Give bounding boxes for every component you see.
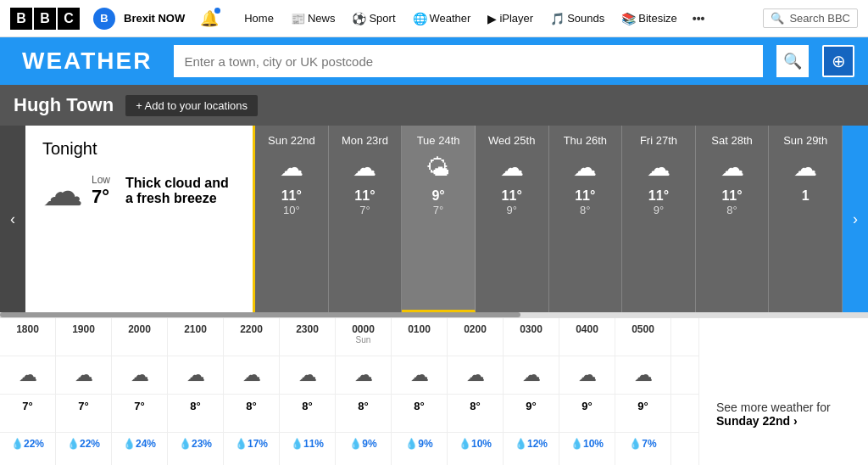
next-arrow[interactable]: › (843, 126, 868, 312)
bitesize-icon: 📚 (621, 12, 636, 25)
hour-temp-col: 9° (615, 395, 671, 432)
add-location-button[interactable]: + Add to your locations (125, 95, 258, 116)
see-more-panel: See more weather for Sunday 22nd › (698, 318, 868, 465)
day-temp-low: 10° (283, 204, 300, 216)
hour-icon-col: ☁ (336, 356, 392, 394)
hour-time-col: 2200 (224, 318, 280, 356)
weather-add-button[interactable]: ⊕ (822, 45, 854, 77)
bbc-logo[interactable]: B B C (10, 8, 80, 30)
nav-news[interactable]: 📰 News (284, 8, 342, 29)
hour-label: 0400 (576, 323, 598, 335)
tonight-low-label: Low (92, 174, 110, 186)
hour-weather-icon: ☁ (410, 364, 429, 386)
hour-rain-percent: 💧17% (235, 438, 268, 450)
nav-iplayer[interactable]: ▶ iPlayer (481, 8, 540, 29)
day-col[interactable]: Tue 24th 🌤 9° 7° (402, 126, 476, 312)
hour-icon-col: ☁ (559, 356, 615, 394)
sport-icon: ⚽ (352, 12, 366, 25)
hour-rain-percent: 💧9% (405, 438, 432, 450)
hour-temp-col: 7° (56, 395, 112, 432)
weather-header: WEATHER 🔍 ⊕ (0, 37, 868, 85)
day-col[interactable]: Sat 28th ☁ 11° 8° (696, 126, 770, 312)
hour-temp-col: 8° (448, 395, 504, 432)
hour-rain-percent: 💧24% (123, 438, 156, 450)
nav-sport[interactable]: ⚽ Sport (345, 8, 402, 29)
day-temp-high: 11° (575, 188, 595, 204)
hour-rain-percent: 💧22% (11, 438, 44, 450)
hour-icon-col: ☁ (615, 356, 671, 394)
hour-time-col: 0000 Sun (336, 318, 392, 356)
nav-more-button[interactable]: ••• (687, 8, 710, 29)
weather-search-input[interactable] (174, 45, 763, 77)
day-temp-low: 8° (726, 204, 737, 216)
hour-temp: 8° (246, 400, 256, 412)
weather-search-button[interactable]: 🔍 (776, 45, 809, 77)
hour-weather-icon: ☁ (19, 364, 37, 386)
hour-rain-col: 💧17% (224, 433, 280, 465)
nav-weather[interactable]: 🌐 Weather (406, 8, 478, 29)
hour-time-col: 2100 (168, 318, 224, 356)
day-label: Sun 29th (783, 134, 827, 147)
day-col[interactable]: Fri 27th ☁ 11° 9° (622, 126, 696, 312)
day-temp-high: 1 (802, 188, 810, 204)
hour-label: 0500 (632, 323, 654, 335)
hour-icon-col: ☁ (56, 356, 112, 394)
hour-rain-percent: 💧7% (629, 438, 656, 450)
prev-arrow[interactable]: ‹ (0, 126, 25, 312)
bbc-block-b1: B (10, 8, 32, 30)
tonight-temp: 7° (92, 186, 110, 208)
hour-weather-icon: ☁ (354, 364, 373, 386)
nav-bitesize-label: Bitesize (638, 12, 677, 25)
hour-time-col: 0400 (559, 318, 615, 356)
day-temp-high: 11° (721, 188, 742, 204)
hour-label: 1900 (72, 323, 95, 335)
day-col[interactable]: Thu 26th ☁ 11° 8° (549, 126, 623, 312)
location-name: Hugh Town (14, 94, 114, 116)
hour-rain-percent: 💧22% (67, 438, 100, 450)
nav-sounds[interactable]: 🎵 Sounds (543, 8, 611, 29)
hour-rain-percent: 💧11% (291, 438, 324, 450)
brexit-label[interactable]: Brexit NOW (124, 12, 185, 25)
tonight-label: Tonight (42, 139, 236, 159)
hour-rain-col: 💧22% (0, 433, 56, 465)
see-more-link[interactable]: Sunday 22nd › (716, 414, 851, 428)
hour-label: 2200 (240, 323, 263, 335)
hour-weather-icon: ☁ (466, 364, 485, 386)
hour-rain-col: 💧12% (504, 433, 559, 465)
nav-bitesize[interactable]: 📚 Bitesize (615, 8, 684, 29)
day-temp-high: 9° (431, 188, 444, 204)
bell-icon[interactable]: 🔔 (200, 9, 219, 28)
hour-temp: 7° (134, 400, 144, 412)
scroll-thumb[interactable] (0, 312, 520, 317)
scroll-track[interactable] (0, 312, 868, 317)
hour-icon-col: ☁ (392, 356, 448, 394)
see-more-text: See more weather for (716, 401, 851, 414)
hour-temp-col: 7° (112, 395, 168, 432)
tonight-card: Tonight ☁ Low 7° Thick cloud and a fresh… (25, 126, 255, 312)
bell-notification-dot (214, 8, 220, 14)
day-weather-icon: ☁ (500, 154, 524, 182)
day-col[interactable]: Mon 23rd ☁ 11° 7° (329, 126, 403, 312)
hourly-rain-row: 💧22%💧22%💧24%💧23%💧17%💧11%💧9%💧9%💧10%💧12%💧1… (0, 433, 698, 465)
day-label: Mon 23rd (342, 134, 388, 147)
hour-weather-icon: ☁ (75, 364, 93, 386)
day-col[interactable]: Sun 22nd ☁ 11° 10° (255, 126, 329, 312)
day-weather-icon: 🌤 (426, 154, 450, 182)
hour-temp-col: 8° (168, 395, 224, 432)
bbc-block-b2: B (34, 8, 56, 30)
hour-icon-col: ☁ (504, 356, 559, 394)
day-label: Wed 25th (488, 134, 535, 147)
nav-home[interactable]: Home (237, 8, 281, 28)
hourly-temps-row: 7°7°7°8°8°8°8°8°8°9°9°9° (0, 395, 698, 433)
hourly-icons-row: ☁☁☁☁☁☁☁☁☁☁☁☁ (0, 356, 698, 395)
hour-rain-percent: 💧9% (349, 438, 376, 450)
hour-time-col: 1900 (56, 318, 112, 356)
hourly-and-info: 1800 1900 2000 2100 2200 2300 0000 Sun01… (0, 318, 868, 465)
search-bar[interactable]: 🔍 Search BBC (763, 8, 858, 28)
day-col[interactable]: Wed 25th ☁ 11° 9° (476, 126, 549, 312)
tonight-description: Thick cloud and a fresh breeze (125, 176, 236, 206)
location-bar: Hugh Town + Add to your locations (0, 85, 868, 126)
day-temp-high: 11° (281, 188, 302, 204)
day-col[interactable]: Sun 29th ☁ 1 (769, 126, 843, 312)
day-temp-high: 11° (502, 188, 522, 204)
